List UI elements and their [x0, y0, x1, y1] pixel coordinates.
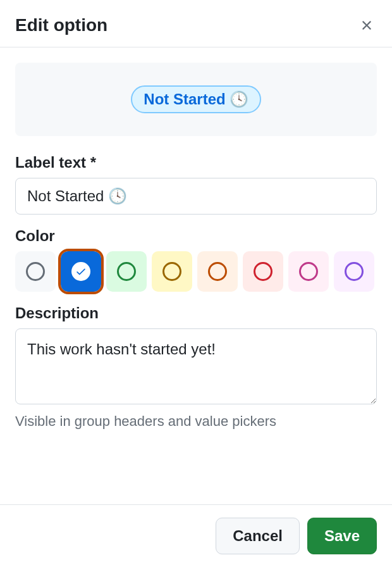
- description-group: Description Visible in group headers and…: [15, 304, 377, 430]
- label-text-group: Label text *: [15, 154, 377, 215]
- save-button[interactable]: Save: [307, 518, 377, 554]
- circle-icon: [26, 262, 45, 281]
- check-circle-icon: [71, 262, 90, 281]
- color-swatch-blue[interactable]: [61, 251, 101, 292]
- color-swatch-orange[interactable]: [197, 251, 238, 292]
- clock-icon: 🕓: [230, 90, 248, 108]
- dialog-footer: Cancel Save: [0, 504, 392, 567]
- color-swatch-green[interactable]: [106, 251, 147, 292]
- circle-icon: [208, 262, 227, 281]
- color-swatch-purple[interactable]: [334, 251, 374, 292]
- edit-option-dialog: Edit option Not Started 🕓 Label text * C…: [0, 0, 392, 567]
- preview-box: Not Started 🕓: [15, 63, 377, 136]
- circle-icon: [117, 262, 136, 281]
- circle-icon: [299, 262, 318, 281]
- description-textarea[interactable]: [15, 328, 377, 404]
- dialog-title: Edit option: [15, 15, 107, 35]
- close-button[interactable]: [357, 15, 377, 35]
- color-label: Color: [15, 227, 377, 245]
- color-group: Color: [15, 227, 377, 292]
- status-pill-label: Not Started: [144, 90, 225, 108]
- color-swatch-row: [15, 251, 377, 292]
- color-swatch-pink[interactable]: [288, 251, 329, 292]
- description-helper: Visible in group headers and value picke…: [15, 413, 377, 430]
- dialog-body: Not Started 🕓 Label text * Color: [0, 47, 392, 504]
- description-label: Description: [15, 304, 377, 322]
- label-text-input[interactable]: [15, 178, 377, 215]
- color-swatch-red[interactable]: [243, 251, 283, 292]
- close-icon: [359, 18, 374, 33]
- circle-icon: [254, 262, 273, 281]
- circle-icon: [162, 262, 181, 281]
- color-swatch-yellow[interactable]: [152, 251, 192, 292]
- dialog-header: Edit option: [0, 0, 392, 47]
- cancel-button[interactable]: Cancel: [216, 518, 300, 554]
- circle-icon: [345, 262, 364, 281]
- color-swatch-gray[interactable]: [15, 251, 56, 292]
- status-pill-preview: Not Started 🕓: [131, 85, 260, 113]
- label-text-label: Label text *: [15, 154, 377, 171]
